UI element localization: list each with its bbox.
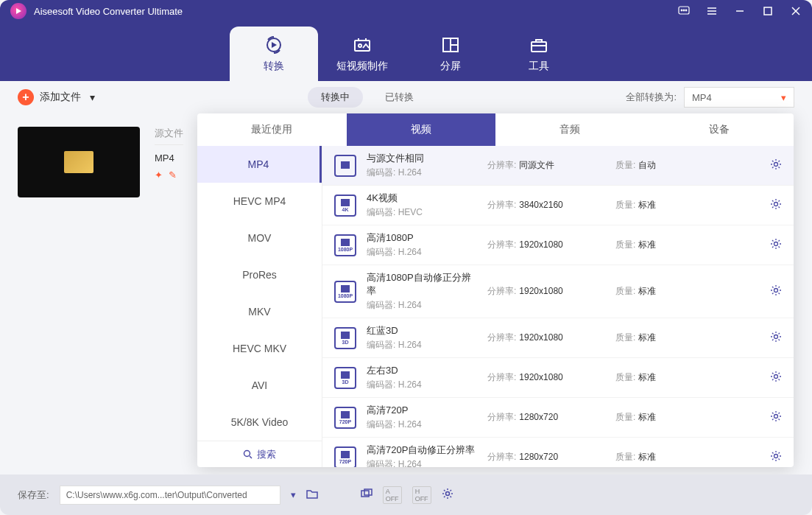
- preset-encoder: 编码器: H.264: [367, 246, 477, 259]
- format-select-value: MP4: [692, 92, 712, 103]
- chevron-down-icon: ▾: [90, 91, 95, 103]
- preset-badge-icon: 4K: [334, 195, 356, 217]
- maximize-icon[interactable]: [762, 5, 774, 17]
- svg-rect-17: [532, 42, 546, 52]
- browse-folder-icon[interactable]: ▾: [291, 489, 296, 500]
- minimize-icon[interactable]: [734, 5, 746, 17]
- tab-convert[interactable]: 转换: [230, 27, 318, 81]
- preset-settings-icon[interactable]: [770, 238, 782, 253]
- preset-encoder: 编码器: H.264: [367, 167, 477, 179]
- close-icon[interactable]: [790, 5, 802, 17]
- video-thumbnail[interactable]: [18, 127, 140, 197]
- preset-settings-icon[interactable]: [770, 371, 782, 385]
- popup-tab-device[interactable]: 设备: [645, 113, 794, 146]
- sidebar-format-item[interactable]: MP4: [197, 146, 322, 183]
- preset-resolution: 分辨率:1920x1080: [487, 332, 605, 344]
- preset-resolution: 分辨率:1920x1080: [487, 285, 605, 298]
- preset-settings-icon[interactable]: [770, 331, 782, 346]
- convert-all-label: 全部转换为:: [626, 91, 677, 104]
- tab-toolbox[interactable]: 工具: [495, 27, 583, 81]
- svg-point-3: [685, 10, 687, 11]
- svg-point-28: [774, 454, 778, 458]
- add-files-button[interactable]: + 添加文件 ▾: [18, 89, 95, 105]
- preset-quality: 质量:标准: [615, 285, 733, 298]
- preset-settings-icon[interactable]: [770, 410, 782, 425]
- svg-point-13: [359, 44, 361, 47]
- popup-tab-audio[interactable]: 音频: [495, 113, 645, 146]
- collage-icon: [440, 35, 461, 55]
- converted-tab[interactable]: 已转换: [385, 91, 414, 104]
- converting-tab[interactable]: 转换中: [308, 87, 363, 108]
- svg-point-25: [774, 334, 778, 338]
- preset-encoder: 编码器: H.264: [367, 379, 477, 391]
- sidebar-format-item[interactable]: AVI: [197, 367, 322, 404]
- edit-icon[interactable]: ✎: [169, 169, 177, 181]
- svg-point-22: [774, 202, 778, 206]
- preset-resolution: 分辨率:1280x720: [487, 451, 605, 463]
- preset-title: 左右3D: [367, 364, 477, 377]
- preset-title: 高清1080P自动修正分辨率: [367, 271, 477, 298]
- feedback-icon[interactable]: [678, 5, 690, 17]
- sidebar-search[interactable]: 搜索: [197, 441, 322, 467]
- sidebar-format-item[interactable]: 5K/8K Video: [197, 404, 322, 441]
- preset-settings-icon[interactable]: [770, 198, 782, 213]
- gpu-toggle-a[interactable]: AOFF: [383, 486, 402, 504]
- open-folder-icon[interactable]: [306, 488, 318, 501]
- preset-title: 高清1080P: [367, 231, 477, 245]
- preset-settings-icon[interactable]: [770, 450, 782, 465]
- settings-gear-icon[interactable]: [442, 488, 453, 502]
- tab-toolbox-label: 工具: [529, 60, 549, 73]
- preset-row[interactable]: 与源文件相同编码器: H.264分辨率:同源文件质量:自动: [322, 146, 794, 186]
- preset-row[interactable]: 720P高清720P自动修正分辨率编码器: H.264分辨率:1280x720质…: [322, 438, 794, 467]
- sidebar-format-item[interactable]: MOV: [197, 220, 322, 256]
- format-select[interactable]: MP4 ▾: [684, 87, 794, 108]
- preset-encoder: 编码器: HEVC: [367, 206, 477, 219]
- preset-row[interactable]: 1080P高清1080P编码器: H.264分辨率:1920x1080质量:标准: [322, 225, 794, 265]
- preset-row[interactable]: 4K4K视频编码器: HEVC分辨率:3840x2160质量:标准: [322, 186, 794, 225]
- menu-icon[interactable]: [706, 5, 718, 17]
- preset-encoder: 编码器: H.264: [367, 418, 477, 431]
- output-path-input[interactable]: C:\Users\www.x6g.com...ter\Output\Conver…: [60, 486, 280, 505]
- preset-row[interactable]: 1080P高清1080P自动修正分辨率编码器: H.264分辨率:1920x10…: [322, 265, 794, 318]
- tab-mv[interactable]: 短视频制作: [318, 27, 406, 81]
- tab-convert-label: 转换: [264, 60, 284, 73]
- svg-point-1: [681, 10, 682, 11]
- svg-point-31: [445, 492, 449, 496]
- sidebar-format-item[interactable]: HEVC MP4: [197, 183, 322, 220]
- popup-tab-recent[interactable]: 最近使用: [197, 113, 347, 146]
- preset-resolution: 分辨率:同源文件: [487, 159, 605, 172]
- popup-tab-video[interactable]: 视频: [347, 113, 496, 146]
- gpu-toggle-h[interactable]: HOFF: [412, 486, 431, 504]
- file-format-line: MP4: [155, 153, 174, 164]
- preset-resolution: 分辨率:1280x720: [487, 411, 605, 424]
- preset-badge-icon: 1080P: [334, 234, 356, 256]
- preset-row[interactable]: 3D左右3D编码器: H.264分辨率:1920x1080质量:标准: [322, 358, 794, 398]
- preset-settings-icon[interactable]: [770, 284, 782, 299]
- preset-quality: 质量:标准: [615, 199, 733, 211]
- preset-row[interactable]: 3D红蓝3D编码器: H.264分辨率:1920x1080质量:标准: [322, 318, 794, 358]
- preset-encoder: 编码器: H.264: [367, 299, 477, 312]
- app-logo-icon: [10, 3, 27, 19]
- tab-collage[interactable]: 分屏: [406, 27, 495, 81]
- preset-badge-icon: 720P: [334, 407, 356, 429]
- add-files-label: 添加文件: [40, 91, 81, 104]
- effects-icon[interactable]: ✦: [155, 169, 163, 181]
- svg-rect-29: [361, 491, 369, 497]
- svg-point-27: [774, 414, 778, 418]
- app-title: Aiseesoft Video Converter Ultimate: [34, 6, 678, 17]
- preset-settings-icon[interactable]: [770, 158, 782, 173]
- preset-badge-icon: [334, 155, 356, 177]
- svg-point-21: [774, 162, 778, 166]
- source-file-label: 源文件: [155, 127, 183, 145]
- preset-row[interactable]: 720P高清720P编码器: H.264分辨率:1280x720质量:标准: [322, 398, 794, 438]
- tab-mv-label: 短视频制作: [336, 60, 388, 73]
- preset-quality: 质量:标准: [615, 411, 733, 424]
- preset-resolution: 分辨率:1920x1080: [487, 371, 605, 384]
- preset-title: 高清720P: [367, 404, 477, 417]
- sidebar-format-item[interactable]: HEVC MKV: [197, 330, 322, 367]
- merge-icon[interactable]: [361, 488, 373, 502]
- sidebar-format-item[interactable]: ProRes: [197, 256, 322, 293]
- preset-badge-icon: 1080P: [334, 281, 356, 303]
- sidebar-format-item[interactable]: MKV: [197, 293, 322, 330]
- svg-point-2: [683, 10, 685, 11]
